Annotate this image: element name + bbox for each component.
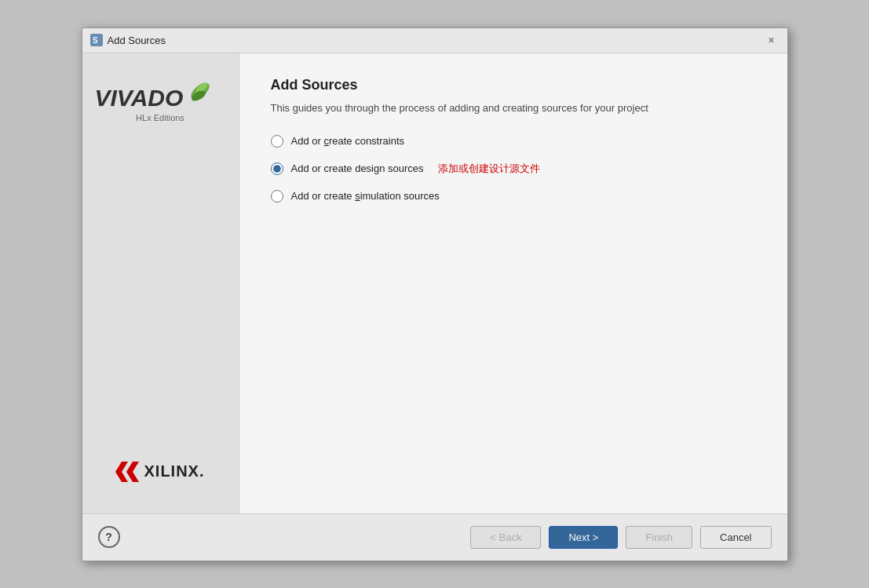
- vivado-row: VIVADO: [95, 85, 214, 111]
- dialog-title: Add Sources: [108, 35, 166, 46]
- option-simulation[interactable]: Add or create simulation sources: [271, 190, 756, 203]
- next-button[interactable]: Next >: [549, 526, 618, 549]
- main-content: Add Sources This guides you through the …: [239, 53, 787, 513]
- option-design[interactable]: Add or create design sources 添加或创建设计源文件: [271, 162, 756, 176]
- finish-button[interactable]: Finish: [626, 526, 692, 549]
- footer-right: < Back Next > Finish Cancel: [470, 526, 771, 549]
- xilinx-logo-area: XILINX.: [82, 446, 239, 498]
- label-simulation: Add or create simulation sources: [291, 190, 440, 202]
- option-constraints[interactable]: Add or create constraints: [271, 135, 756, 148]
- svg-text:S: S: [93, 36, 98, 45]
- radio-group: Add or create constraints Add or create …: [271, 135, 756, 203]
- vivado-leaf-icon: [184, 80, 213, 110]
- svg-marker-6: [126, 462, 139, 482]
- add-sources-dialog: S Add Sources × VIVADO HLx Editions: [82, 27, 788, 561]
- xilinx-text: XILINX.: [144, 462, 204, 480]
- vivado-wordmark: VIVADO: [95, 85, 184, 111]
- label-constraints: Add or create constraints: [291, 135, 405, 147]
- content-description: This guides you through the process of a…: [271, 101, 756, 115]
- cancel-button[interactable]: Cancel: [700, 526, 771, 549]
- svg-marker-5: [115, 462, 128, 482]
- close-button[interactable]: ×: [764, 32, 780, 48]
- back-button[interactable]: < Back: [470, 526, 541, 549]
- hlx-editions-label: HLx Editions: [95, 113, 226, 122]
- title-bar: S Add Sources ×: [82, 28, 787, 53]
- dialog-footer: ? < Back Next > Finish Cancel: [82, 513, 787, 561]
- sidebar: VIVADO HLx Editions XILINX.: [82, 53, 239, 513]
- label-design: Add or create design sources: [291, 163, 424, 174]
- dialog-icon: S: [90, 34, 103, 46]
- help-button[interactable]: ?: [98, 526, 120, 548]
- dialog-body: VIVADO HLx Editions XILINX.: [82, 53, 787, 513]
- title-bar-left: S Add Sources: [90, 34, 166, 46]
- annotation-design: 添加或创建设计源文件: [438, 162, 540, 176]
- xilinx-icon: [115, 462, 139, 482]
- radio-constraints[interactable]: [271, 135, 283, 148]
- xilinx-logo: XILINX.: [115, 462, 204, 482]
- footer-left: ?: [98, 526, 120, 548]
- content-title: Add Sources: [271, 77, 756, 93]
- vivado-logo-area: VIVADO HLx Editions: [82, 69, 239, 138]
- radio-design[interactable]: [271, 163, 283, 175]
- radio-simulation[interactable]: [271, 190, 283, 203]
